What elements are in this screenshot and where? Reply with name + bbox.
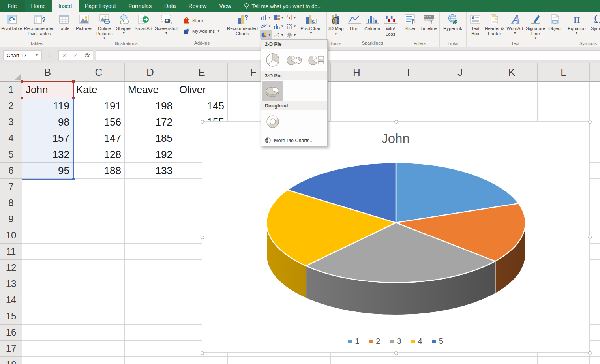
column-header-E[interactable]: E [176, 63, 228, 82]
cell-C4[interactable]: 147 [73, 130, 125, 146]
tell-me-box[interactable]: Tell me what you want to do... [244, 0, 322, 12]
cell-H1[interactable] [331, 82, 383, 98]
insert-line-chart-button[interactable]: ▼ [260, 22, 272, 30]
row-header-14[interactable]: 14 [0, 292, 22, 308]
cell-B18[interactable] [22, 357, 73, 364]
cell-J18[interactable] [434, 357, 486, 364]
cell-C18[interactable] [73, 357, 125, 364]
cell-L2[interactable] [538, 98, 590, 114]
cell-B10[interactable] [22, 227, 73, 244]
legend-item-1[interactable]: 1 [348, 337, 359, 346]
cell-C14[interactable] [73, 292, 125, 308]
cell-B13[interactable] [22, 276, 73, 292]
cell-M4[interactable] [590, 130, 600, 146]
pivottable-button[interactable]: PivotTable [1, 12, 22, 41]
cell-C10[interactable] [73, 227, 125, 244]
tab-review[interactable]: Review [182, 0, 213, 12]
smartart-button[interactable]: SmartArt [132, 12, 154, 41]
cell-L1[interactable] [538, 82, 590, 98]
cell-C13[interactable] [73, 276, 125, 292]
column-header-I[interactable]: I [383, 63, 434, 82]
cell-G18[interactable] [279, 357, 331, 364]
cell-K1[interactable] [486, 82, 538, 98]
tab-insert[interactable]: Insert [52, 0, 79, 12]
cell-I1[interactable] [383, 82, 434, 98]
cell-C12[interactable] [73, 260, 125, 276]
cell-I2[interactable] [383, 98, 434, 114]
insert-radar-chart-button[interactable]: ▼ [285, 30, 298, 39]
cell-D10[interactable] [125, 227, 176, 244]
cell-E18[interactable] [176, 357, 228, 364]
cell-C1[interactable]: Kate [73, 82, 125, 98]
chart-legend[interactable]: 12345 [202, 337, 589, 346]
chart-resize-handle-3[interactable] [201, 236, 204, 239]
cell-D4[interactable]: 185 [125, 130, 176, 146]
cell-C3[interactable]: 156 [73, 114, 125, 130]
tab-file[interactable]: File [0, 0, 25, 12]
legend-item-4[interactable]: 4 [411, 337, 422, 346]
symbol-button[interactable]: Ω Symbol [588, 12, 600, 41]
insert-pie-chart-button[interactable]: ▼ [260, 30, 272, 39]
row-header-13[interactable]: 13 [0, 276, 22, 292]
wordart-button[interactable]: A WordArt ▼ [505, 12, 524, 41]
table-button[interactable]: Table [56, 12, 72, 41]
text-box-button[interactable]: A Text Box [467, 12, 484, 41]
cell-C15[interactable] [73, 308, 125, 325]
cell-M1[interactable] [590, 82, 600, 98]
cell-D7[interactable] [125, 179, 176, 195]
screenshot-button[interactable]: Screenshot ▼ [154, 12, 178, 41]
legend-item-3[interactable]: 3 [390, 337, 401, 346]
cell-D9[interactable] [125, 211, 176, 227]
2d-pie-option[interactable] [264, 51, 282, 69]
cell-B4[interactable]: 157 [22, 130, 73, 146]
row-header-12[interactable]: 12 [0, 260, 22, 276]
recommended-charts-button[interactable]: ? Recommended Charts [226, 12, 259, 41]
cell-D16[interactable] [125, 325, 176, 341]
cell-D13[interactable] [125, 276, 176, 292]
cell-B6[interactable]: 95 [22, 163, 73, 179]
row-header-7[interactable]: 7 [0, 179, 22, 195]
sparkline-winloss-button[interactable]: Win/ Loss [382, 12, 399, 37]
cell-B14[interactable] [22, 292, 73, 308]
cell-M12[interactable] [590, 260, 600, 276]
shapes-button[interactable]: Shapes ▼ [115, 12, 133, 41]
cell-B9[interactable] [22, 211, 73, 227]
more-pie-charts-item[interactable]: More Pie Charts... [261, 135, 327, 146]
pie-of-pie-option[interactable] [285, 51, 304, 69]
tab-data[interactable]: Data [158, 0, 182, 12]
cell-H18[interactable] [331, 357, 383, 364]
chart-resize-handle-5[interactable] [201, 351, 204, 355]
cell-B5[interactable]: 132 [22, 146, 73, 163]
signature-line-button[interactable]: Signature Line ▼ [525, 12, 547, 41]
cell-D18[interactable] [125, 357, 176, 364]
doughnut-option[interactable] [264, 113, 282, 131]
formula-bar-grip[interactable]: ⋮ [47, 52, 52, 58]
cell-B15[interactable] [22, 308, 73, 325]
cell-C8[interactable] [73, 195, 125, 211]
row-header-15[interactable]: 15 [0, 308, 22, 325]
cell-M14[interactable] [590, 292, 600, 308]
cell-K2[interactable] [486, 98, 538, 114]
bar-of-pie-option[interactable] [307, 51, 325, 69]
cell-B12[interactable] [22, 260, 73, 276]
column-header-H[interactable]: H [331, 63, 383, 82]
timeline-button[interactable]: Timeline [419, 12, 439, 41]
cell-L18[interactable] [538, 357, 590, 364]
chart-resize-handle-7[interactable] [588, 351, 592, 355]
cell-E1[interactable]: Oliver [176, 82, 228, 98]
name-box-caret-icon[interactable]: ▼ [35, 53, 41, 57]
row-header-10[interactable]: 10 [0, 227, 22, 244]
tab-page-layout[interactable]: Page Layout [79, 0, 122, 12]
legend-item-2[interactable]: 2 [369, 337, 380, 346]
cell-B16[interactable] [22, 325, 73, 341]
cell-B2[interactable]: 119 [22, 98, 73, 114]
cell-B3[interactable]: 98 [22, 114, 73, 130]
object-button[interactable]: Object [547, 12, 563, 41]
cell-M13[interactable] [590, 276, 600, 292]
cell-M17[interactable] [590, 341, 600, 357]
row-header-2[interactable]: 2 [0, 98, 22, 114]
sparkline-line-button[interactable]: Line [346, 12, 362, 32]
row-header-17[interactable]: 17 [0, 341, 22, 357]
row-header-4[interactable]: 4 [0, 130, 22, 146]
chart-resize-handle-1[interactable] [394, 120, 398, 124]
